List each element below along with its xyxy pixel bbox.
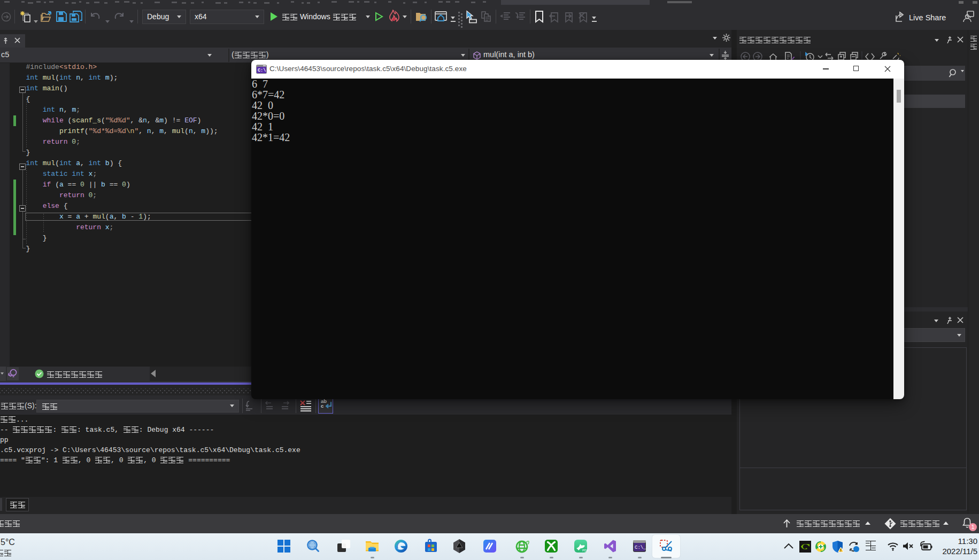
svg-text:PDF: PDF	[582, 549, 588, 552]
svg-text:C:\: C:\	[258, 68, 266, 73]
svg-text:C:\_: C:\_	[635, 545, 646, 550]
